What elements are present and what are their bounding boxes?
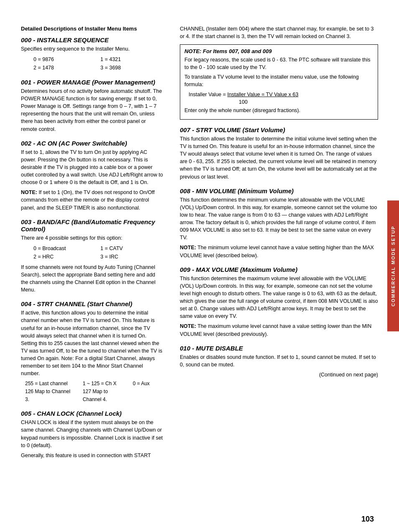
section-008-body: This function determines the minimum vol… xyxy=(180,196,378,242)
section-008-note: NOTE: The minimum volume level cannot ha… xyxy=(180,244,378,259)
section-000: 000 - INSTALLER SEQUENCE Specifies entry… xyxy=(21,36,163,72)
note-box-007-009: NOTE: For Items 007, 008 and 009 For leg… xyxy=(180,44,378,120)
section-003-body: If some channels were not found by Auto … xyxy=(21,263,163,294)
cell-c21: 127 Map to Channel 4. xyxy=(83,388,125,403)
section-004-body: If active, this function allows you to d… xyxy=(21,309,163,377)
section-004: 004 - STRT CHANNEL (Start Channel) If ac… xyxy=(21,300,163,403)
section-004-table: 255 = Last channel 1 ~ 125 = Ch X 0 = Au… xyxy=(25,380,163,403)
note-box-title: NOTE: For Items 007, 008 and 009 xyxy=(184,48,373,54)
section-000-header: 000 - INSTALLER SEQUENCE xyxy=(21,36,163,43)
note-label: NOTE: xyxy=(21,189,37,195)
section-004-header: 004 - STRT CHANNEL (Start Channel) xyxy=(21,300,163,307)
section-005-header: 005 - CHAN LOCK (Channel Lock) xyxy=(21,410,163,417)
section-005-body2: Generally, this feature is used in conne… xyxy=(21,452,163,459)
table-row: 126 Map to Channel 3. 127 Map to Channel… xyxy=(25,388,163,403)
table-row: 2 = HRC 3 = IRC xyxy=(33,253,163,261)
section-010-body: Enables or disables sound mute function.… xyxy=(180,353,378,368)
note-box-body1: For legacy reasons, the scale used is 0 … xyxy=(184,56,373,71)
cell-00: 0 = 9876 xyxy=(33,55,84,64)
table-row: 0 = 9876 1 = 4321 xyxy=(33,55,163,64)
note-label: NOTE: xyxy=(180,323,196,329)
section-007-body: This function allows the Installer to de… xyxy=(180,135,378,181)
formula-numerator: Installer Value = TV Value x 63 xyxy=(228,92,299,97)
section-005: 005 - CHAN LOCK (Channel Lock) CHAN LOCK… xyxy=(21,410,163,459)
section-010: 010 - MUTE DISABLE Enables or disables s… xyxy=(180,345,378,368)
side-tab: COMMERCIAL MODE SETUP xyxy=(387,200,399,331)
note-text: The minimum volume level cannot have a v… xyxy=(180,245,374,258)
section-008-header: 008 - MIN VOLUME (Minimum Volume) xyxy=(180,187,378,194)
note-box-body2: To translate a TV volume level to the in… xyxy=(184,73,373,88)
section-002-note: NOTE: If set to 1 (On), the TV does not … xyxy=(21,189,163,211)
section-003: 003 - BAND/AFC (Band/Automatic Frequency… xyxy=(21,218,163,294)
section-002-header: 002 - AC ON (AC Power Switchable) xyxy=(21,140,163,147)
note-box-body3: Enter only the whole number (disregard f… xyxy=(184,107,373,114)
section-001-body: Determines hours of no activity before a… xyxy=(21,87,163,133)
cell-11: 3 = IRC xyxy=(100,253,151,261)
section-003-intro: There are 4 possible settings for this o… xyxy=(21,234,163,242)
side-tab-text: COMMERCIAL MODE SETUP xyxy=(391,225,396,306)
section-001: 001 - POWER MANAGE (Power Management) De… xyxy=(21,79,163,133)
section-007-header: 007 - STRT VOLUME (Start Volume) xyxy=(180,126,378,133)
section-000-intro: Specifies entry sequence to the Installe… xyxy=(21,45,163,53)
section-009-note: NOTE: The maximum volume level cannot ha… xyxy=(180,322,378,338)
left-column: Detailed Descriptions of Installer Menu … xyxy=(21,25,176,515)
section-001-header: 001 - POWER MANAGE (Power Management) xyxy=(21,79,163,86)
main-title: Detailed Descriptions of Installer Menu … xyxy=(21,25,163,33)
note-text: The maximum volume level cannot have a v… xyxy=(180,323,371,337)
section-010-header: 010 - MUTE DISABLE xyxy=(180,345,378,352)
cell-c11: 1 ~ 125 = Ch X xyxy=(83,380,125,388)
cell-c12: 0 = Aux xyxy=(133,380,164,388)
formula-denom-line: 100 xyxy=(239,99,373,105)
page-number: 103 xyxy=(361,515,374,524)
continued-text: (Continued on next page) xyxy=(180,371,378,379)
cell-c22 xyxy=(133,388,164,403)
section-009-body: This function determines the maximum vol… xyxy=(180,275,378,320)
table-row: 2 = 1478 3 = 3698 xyxy=(33,64,163,72)
section-005-cont: CHANNEL (Installer item 004) where the s… xyxy=(180,25,378,40)
cell-01: 1 = 4321 xyxy=(100,55,151,64)
cell-10: 2 = HRC xyxy=(33,253,84,261)
table-row: 255 = Last channel 1 ~ 125 = Ch X 0 = Au… xyxy=(25,380,163,388)
cell-11: 3 = 3698 xyxy=(100,64,151,72)
cell-00: 0 = Broadcast xyxy=(33,244,84,253)
section-003-header: 003 - BAND/AFC (Band/Automatic Frequency… xyxy=(21,218,163,233)
table-row: 0 = Broadcast 1 = CATV xyxy=(33,244,163,253)
section-003-table: 0 = Broadcast 1 = CATV 2 = HRC 3 = IRC xyxy=(33,244,163,261)
section-007: 007 - STRT VOLUME (Start Volume) This fu… xyxy=(180,126,378,181)
cell-10: 2 = 1478 xyxy=(33,64,84,72)
formula-line: Installer Value = Installer Value = TV V… xyxy=(189,92,373,97)
right-column: CHANNEL (Installer item 004) where the s… xyxy=(176,25,378,515)
section-000-table: 0 = 9876 1 = 4321 2 = 1478 3 = 3698 xyxy=(33,55,163,72)
note-text: If set to 1 (On), the TV does not respon… xyxy=(21,189,155,210)
formula-text: Installer Value = xyxy=(189,92,228,97)
cell-01: 1 = CATV xyxy=(100,244,151,253)
section-002: 002 - AC ON (AC Power Switchable) If set… xyxy=(21,140,163,212)
cell-c20: 126 Map to Channel 3. xyxy=(25,388,74,403)
section-008: 008 - MIN VOLUME (Minimum Volume) This f… xyxy=(180,187,378,259)
note-label: NOTE: xyxy=(180,245,196,251)
section-009-header: 009 - MAX VOLUME (Maximum Volume) xyxy=(180,266,378,273)
section-005-body: CHAN LOCK is ideal if the system must al… xyxy=(21,419,163,449)
cell-c10: 255 = Last channel xyxy=(25,380,74,388)
section-009: 009 - MAX VOLUME (Maximum Volume) This f… xyxy=(180,266,378,338)
formula-denom: 100 xyxy=(239,99,248,105)
content-area: Detailed Descriptions of Installer Menu … xyxy=(0,25,399,515)
section-002-body: If set to 1, allows the TV to turn On ju… xyxy=(21,148,163,187)
page-container: Detailed Descriptions of Installer Menu … xyxy=(0,0,399,532)
